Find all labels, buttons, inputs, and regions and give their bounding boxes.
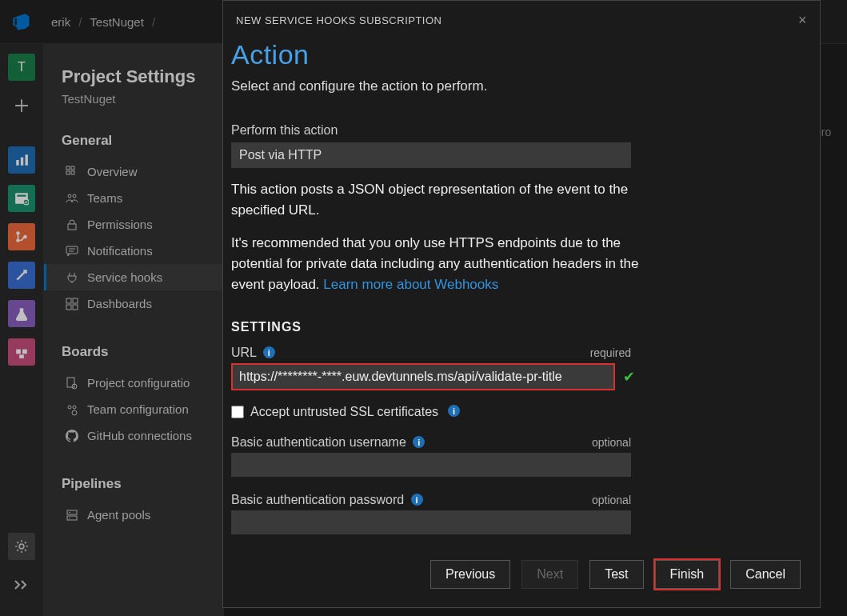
finish-button[interactable]: Finish <box>655 560 720 589</box>
test-button[interactable]: Test <box>589 560 643 589</box>
modal-title-small: NEW SERVICE HOOKS SUBSCRIPTION <box>236 14 441 26</box>
settings-heading: SETTINGS <box>231 320 801 334</box>
info-icon[interactable]: i <box>263 346 275 358</box>
url-input-highlight <box>231 363 615 390</box>
basic-user-label-text: Basic authentication username <box>231 435 406 449</box>
basic-pass-input[interactable] <box>231 510 631 534</box>
action-description-2: It's recommended that you only use HTTPS… <box>231 233 647 296</box>
action-subtitle: Select and configure the action to perfo… <box>231 78 801 94</box>
service-hook-modal: NEW SERVICE HOOKS SUBSCRIPTION × Action … <box>222 0 821 608</box>
modal-header: NEW SERVICE HOOKS SUBSCRIPTION × <box>223 1 820 39</box>
perform-action-label: Perform this action <box>231 123 801 138</box>
url-label: URL i <box>231 346 275 360</box>
info-icon[interactable]: i <box>413 436 425 448</box>
perform-action-value: Post via HTTP <box>239 148 322 162</box>
ssl-label: Accept untrusted SSL certificates <box>250 405 438 419</box>
basic-user-label: Basic authentication username i <box>231 435 425 450</box>
learn-more-link[interactable]: Learn more about Webhooks <box>323 277 498 292</box>
info-icon[interactable]: i <box>448 405 460 417</box>
basic-pass-label: Basic authentication password i <box>231 493 423 507</box>
basic-pass-label-text: Basic authentication password <box>231 493 404 506</box>
optional-tag: optional <box>592 494 631 506</box>
url-input[interactable] <box>233 365 613 389</box>
optional-tag: optional <box>592 436 631 449</box>
next-button: Next <box>521 560 578 589</box>
cancel-button[interactable]: Cancel <box>730 560 801 589</box>
required-tag: required <box>590 346 631 359</box>
modal-scroll[interactable]: Action Select and configure the action t… <box>231 39 804 550</box>
info-icon[interactable]: i <box>411 494 423 506</box>
action-description-1: This action posts a JSON object represen… <box>231 179 647 222</box>
ssl-checkbox[interactable] <box>231 406 244 418</box>
close-icon[interactable]: × <box>798 12 807 29</box>
basic-user-input[interactable] <box>231 453 631 477</box>
valid-check-icon: ✔ <box>623 368 635 386</box>
perform-action-select[interactable]: Post via HTTP <box>231 142 631 168</box>
action-title: Action <box>231 39 801 70</box>
url-label-text: URL <box>231 346 256 359</box>
modal-footer: Previous Next Test Finish Cancel <box>223 550 820 607</box>
previous-button[interactable]: Previous <box>430 560 510 589</box>
